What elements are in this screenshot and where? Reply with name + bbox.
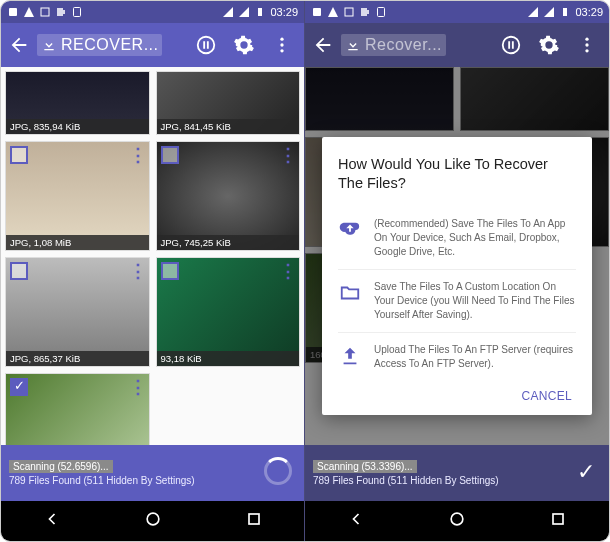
scan-files-text: 789 Files Found (511 Hidden By Settings) — [9, 475, 296, 486]
thumb-label: JPG, 841,45 KiB — [161, 121, 231, 132]
svg-point-8 — [280, 43, 283, 46]
settings-button[interactable] — [533, 29, 565, 61]
svg-rect-11 — [249, 514, 259, 524]
pause-icon — [500, 34, 522, 56]
scan-status-bar: Scanning (53.3396)... 789 Files Found (5… — [305, 445, 609, 501]
pause-button[interactable] — [495, 29, 527, 61]
nav-home-icon — [143, 509, 163, 529]
phone-right: 03:29 Recover... — [305, 1, 609, 541]
nav-home-button[interactable] — [447, 509, 467, 533]
status-bar: 03:29 — [1, 1, 304, 23]
svg-rect-14 — [378, 8, 385, 17]
thumbnail-item[interactable]: ⋮ 160,78 KiB — [5, 373, 150, 445]
recover-action[interactable]: Recover... — [341, 34, 446, 56]
svg-rect-1 — [41, 8, 49, 16]
arrow-left-icon — [312, 34, 334, 56]
dialog-option-text: Upload The Files To An FTP Server (requi… — [374, 343, 576, 371]
signal-icon — [543, 6, 555, 18]
svg-point-20 — [585, 43, 588, 46]
back-button[interactable] — [311, 33, 335, 57]
scan-status-bar: Scanning (52.6596)... 789 Files Found (5… — [1, 445, 304, 501]
signal-icon — [222, 6, 234, 18]
notif-icon — [327, 6, 339, 18]
thumb-more-icon[interactable]: ⋮ — [129, 376, 147, 398]
download-icon — [41, 37, 57, 53]
thumb-label: JPG, 865,37 KiB — [10, 353, 80, 364]
dialog-option-ftp[interactable]: Upload The Files To An FTP Server (requi… — [338, 332, 576, 381]
dialog-option-folder[interactable]: Save The Files To A Custom Location On Y… — [338, 269, 576, 332]
pause-button[interactable] — [190, 29, 222, 61]
thumbnail-item[interactable]: ⋮ JPG, 1,08 MiB — [5, 141, 150, 251]
dialog-cancel-button[interactable]: CANCEL — [338, 381, 576, 405]
dialog-option-text: (Recommended) Save The Files To An App O… — [374, 217, 576, 259]
arrow-left-icon — [8, 34, 30, 56]
notif-icon — [23, 6, 35, 18]
more-vert-icon — [577, 35, 597, 55]
nav-recent-button[interactable] — [548, 509, 568, 533]
svg-point-4 — [198, 37, 215, 54]
status-time: 03:29 — [575, 6, 603, 18]
notif-icon — [7, 6, 19, 18]
loading-spinner-icon — [264, 457, 292, 485]
svg-point-19 — [585, 38, 588, 41]
battery-icon — [254, 6, 266, 18]
nav-recent-button[interactable] — [244, 509, 264, 533]
overflow-button[interactable] — [571, 29, 603, 61]
svg-point-22 — [451, 513, 463, 525]
notif-icon — [311, 6, 323, 18]
svg-point-9 — [280, 49, 283, 52]
recover-action[interactable]: RECOVER... — [37, 34, 162, 56]
nav-recent-icon — [244, 509, 264, 529]
appbar-title: RECOVER... — [61, 36, 158, 54]
thumbnail-item[interactable]: ⋮ JPG, 745,25 KiB — [156, 141, 301, 251]
thumbnail-item[interactable]: JPG, 841,45 KiB — [156, 71, 301, 135]
notif-icon — [39, 6, 51, 18]
nav-back-button[interactable] — [346, 509, 366, 533]
status-left-icons — [311, 6, 387, 18]
signal-icon — [527, 6, 539, 18]
thumb-label: 93,18 KiB — [161, 353, 202, 364]
svg-rect-12 — [313, 8, 321, 16]
thumbnail-item[interactable]: ⋮ JPG, 865,37 KiB — [5, 257, 150, 367]
status-time: 03:29 — [270, 6, 298, 18]
back-button[interactable] — [7, 33, 31, 57]
checkbox[interactable] — [161, 262, 179, 280]
thumb-more-icon[interactable]: ⋮ — [129, 260, 147, 282]
content-area: 160,75 KiB How Would You Like To Recover… — [305, 67, 609, 445]
pause-icon — [195, 34, 217, 56]
cloud-upload-icon — [338, 217, 362, 241]
notif-icon — [375, 6, 387, 18]
svg-point-16 — [503, 37, 520, 54]
notif-icon — [55, 6, 67, 18]
thumb-more-icon[interactable]: ⋮ — [279, 260, 297, 282]
gear-icon — [538, 34, 560, 56]
scan-progress-text: Scanning (53.3396)... — [313, 460, 417, 473]
overflow-button[interactable] — [266, 29, 298, 61]
thumb-more-icon[interactable]: ⋮ — [129, 144, 147, 166]
checkbox[interactable] — [10, 262, 28, 280]
svg-point-21 — [585, 49, 588, 52]
settings-button[interactable] — [228, 29, 260, 61]
svg-rect-2 — [74, 8, 81, 17]
nav-home-button[interactable] — [143, 509, 163, 533]
notif-icon — [359, 6, 371, 18]
svg-point-7 — [280, 38, 283, 41]
download-icon — [345, 37, 361, 53]
dialog-overlay: How Would You Like To Recover The Files?… — [305, 67, 609, 445]
app-bar: RECOVER... — [1, 23, 304, 67]
thumb-label: JPG, 835,94 KiB — [10, 121, 80, 132]
checkbox-checked[interactable] — [10, 378, 28, 396]
nav-back-button[interactable] — [42, 509, 62, 533]
more-vert-icon — [272, 35, 292, 55]
dialog-option-app[interactable]: (Recommended) Save The Files To An App O… — [338, 207, 576, 269]
checkbox[interactable] — [10, 146, 28, 164]
thumb-more-icon[interactable]: ⋮ — [279, 144, 297, 166]
thumbnail-item[interactable]: ⋮ 93,18 KiB — [156, 257, 301, 367]
nav-bar — [1, 501, 304, 541]
battery-icon — [559, 6, 571, 18]
thumbnail-item[interactable]: JPG, 835,94 KiB — [5, 71, 150, 135]
scan-files-text: 789 Files Found (511 Hidden By Settings) — [313, 475, 601, 486]
checkbox[interactable] — [161, 146, 179, 164]
phone-left: 03:29 RECOVER... — [1, 1, 305, 541]
upload-icon — [338, 343, 362, 367]
